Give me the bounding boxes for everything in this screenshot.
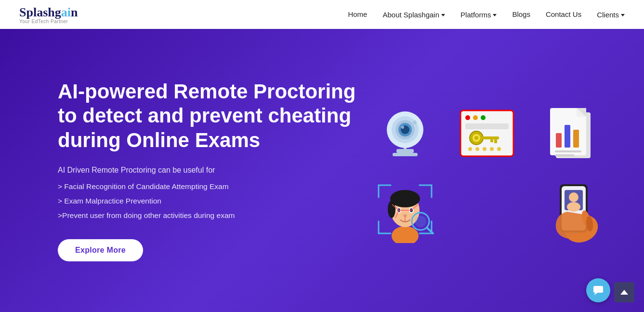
hero-section: AI-powered Remote Proctoring to detect a… bbox=[0, 29, 644, 312]
svg-rect-1 bbox=[393, 153, 418, 156]
scroll-to-top-button[interactable] bbox=[614, 282, 634, 302]
nav-item-platforms[interactable]: Platforms bbox=[460, 11, 497, 19]
svg-point-11 bbox=[465, 115, 470, 120]
logo[interactable]: Splashgain Your EdTech Partner bbox=[19, 5, 78, 24]
svg-point-17 bbox=[474, 136, 478, 140]
svg-rect-31 bbox=[565, 125, 570, 148]
svg-rect-34 bbox=[555, 154, 574, 156]
svg-point-21 bbox=[468, 147, 472, 151]
svg-rect-18 bbox=[482, 136, 499, 139]
explore-more-button[interactable]: Explore More bbox=[58, 239, 143, 261]
nav-item-contact[interactable]: Contact Us bbox=[546, 10, 581, 19]
svg-rect-19 bbox=[494, 139, 497, 143]
svg-point-8 bbox=[401, 126, 404, 129]
nav-menu: Home About Splashgain Platforms Blogs Co… bbox=[348, 10, 625, 19]
logo-text: Splashgain bbox=[19, 5, 78, 20]
svg-point-23 bbox=[483, 147, 486, 151]
svg-point-35 bbox=[392, 226, 419, 243]
password-illustration bbox=[453, 98, 521, 166]
logo-tagline: Your EdTech Partner bbox=[19, 19, 68, 24]
svg-point-24 bbox=[490, 147, 494, 151]
list-item: >Prevent user from doing other activitie… bbox=[58, 211, 359, 220]
svg-point-58 bbox=[567, 202, 580, 212]
svg-point-57 bbox=[569, 192, 578, 202]
hero-title: AI-powered Remote Proctoring to detect a… bbox=[58, 80, 359, 152]
svg-rect-33 bbox=[555, 150, 581, 152]
svg-point-12 bbox=[473, 115, 478, 120]
hero-illustrations bbox=[359, 98, 605, 243]
chevron-down-icon bbox=[621, 14, 625, 16]
hero-content: AI-powered Remote Proctoring to detect a… bbox=[58, 80, 359, 261]
svg-point-50 bbox=[415, 216, 426, 227]
face-recognition-illustration bbox=[371, 176, 439, 243]
scroll-up-arrow-icon bbox=[620, 290, 628, 295]
nav-item-about[interactable]: About Splashgain bbox=[382, 11, 445, 19]
svg-point-25 bbox=[497, 147, 501, 151]
svg-point-9 bbox=[413, 121, 417, 124]
svg-rect-30 bbox=[556, 133, 562, 148]
webcam-illustration bbox=[371, 98, 439, 166]
nav-item-blogs[interactable]: Blogs bbox=[512, 10, 530, 19]
list-item: > Exam Malpractice Prevention bbox=[58, 197, 359, 205]
navbar: Splashgain Your EdTech Partner Home Abou… bbox=[0, 0, 644, 29]
svg-point-22 bbox=[475, 147, 479, 151]
svg-rect-20 bbox=[490, 139, 493, 142]
nav-item-home[interactable]: Home bbox=[348, 10, 367, 19]
svg-rect-62 bbox=[593, 286, 603, 293]
chevron-down-icon bbox=[493, 14, 497, 16]
chat-button[interactable] bbox=[586, 278, 610, 302]
svg-rect-14 bbox=[465, 123, 509, 129]
svg-rect-32 bbox=[573, 130, 579, 148]
chat-icon bbox=[592, 284, 605, 297]
chevron-down-icon bbox=[441, 14, 445, 16]
svg-point-13 bbox=[481, 115, 486, 120]
hero-list: > Facial Recognition of Candidate Attemp… bbox=[58, 182, 359, 220]
svg-point-38 bbox=[388, 201, 395, 218]
phone-id-illustration bbox=[536, 176, 603, 243]
list-item: > Facial Recognition of Candidate Attemp… bbox=[58, 182, 359, 191]
document-illustration bbox=[536, 98, 603, 166]
nav-item-clients[interactable]: Clients bbox=[597, 11, 625, 19]
svg-marker-63 bbox=[594, 293, 598, 295]
svg-rect-0 bbox=[396, 149, 414, 153]
hero-subtitle: AI Driven Remote Proctoring can be usefu… bbox=[58, 166, 359, 175]
